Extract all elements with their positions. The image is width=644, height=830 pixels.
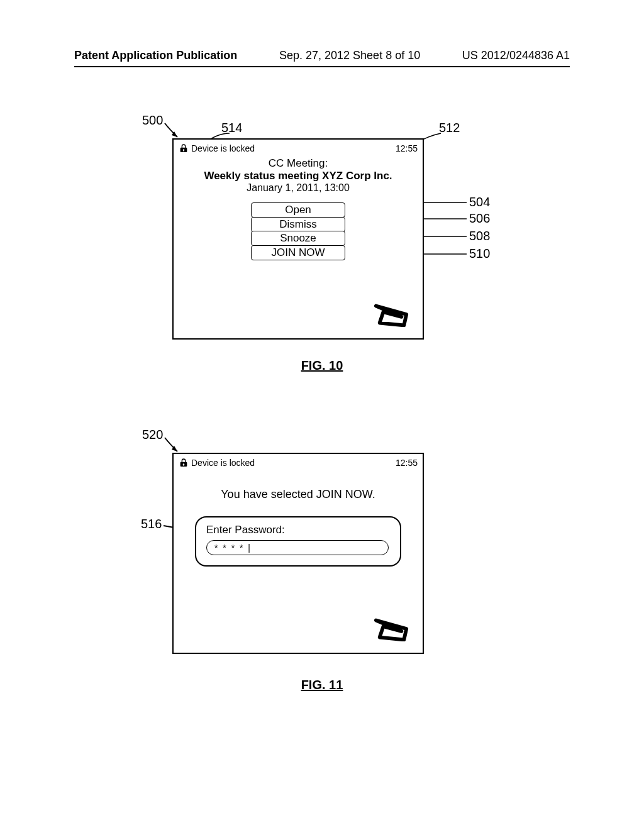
ref-512: 512 bbox=[439, 121, 460, 135]
ref-506: 506 bbox=[469, 211, 490, 226]
brand-logo-icon bbox=[374, 616, 410, 641]
page-header: Patent Application Publication Sep. 27, … bbox=[74, 49, 570, 67]
header-right: US 2012/0244836 A1 bbox=[462, 49, 570, 62]
leader-520 bbox=[164, 436, 182, 454]
brand-logo-icon bbox=[374, 302, 410, 327]
action-button-group: Open Dismiss Snooze JOIN NOW bbox=[251, 202, 345, 260]
dismiss-button[interactable]: Dismiss bbox=[251, 217, 345, 232]
ref-504: 504 bbox=[469, 195, 490, 209]
figure-10-caption: FIG. 10 bbox=[0, 358, 644, 373]
header-left: Patent Application Publication bbox=[74, 49, 237, 62]
lock-icon bbox=[179, 458, 189, 468]
status-bar: Device is locked 12:55 bbox=[174, 140, 423, 155]
leader-500 bbox=[164, 122, 182, 140]
ref-500: 500 bbox=[142, 113, 163, 128]
device-screen-fig11: Device is locked 12:55 You have selected… bbox=[172, 453, 424, 654]
ref-508: 508 bbox=[469, 229, 490, 243]
password-input[interactable]: * * * * | bbox=[206, 540, 389, 555]
lock-status-text: Device is locked bbox=[191, 458, 255, 468]
selection-prompt: You have selected JOIN NOW. bbox=[174, 488, 423, 501]
notification-datetime: January 1, 2011, 13:00 bbox=[174, 182, 423, 194]
notification-title: Weekly status meeting XYZ Corp Inc. bbox=[174, 170, 423, 182]
status-left: Device is locked bbox=[179, 458, 255, 468]
ref-510: 510 bbox=[469, 246, 490, 261]
lock-status-text: Device is locked bbox=[191, 143, 255, 153]
header-center: Sep. 27, 2012 Sheet 8 of 10 bbox=[279, 49, 420, 62]
status-left: Device is locked bbox=[179, 143, 255, 153]
snooze-button[interactable]: Snooze bbox=[251, 231, 345, 246]
password-label: Enter Password: bbox=[206, 524, 390, 536]
status-bar: Device is locked 12:55 bbox=[174, 454, 423, 469]
figure-11-caption: FIG. 11 bbox=[0, 678, 644, 692]
ref-516: 516 bbox=[141, 517, 162, 531]
meeting-notification: CC Meeting: Weekly status meeting XYZ Co… bbox=[174, 157, 423, 194]
notification-header: CC Meeting: bbox=[174, 157, 423, 170]
password-entry-block: Enter Password: * * * * | bbox=[195, 516, 401, 567]
ref-520: 520 bbox=[142, 428, 163, 442]
device-screen-fig10: Device is locked 12:55 CC Meeting: Weekl… bbox=[172, 138, 424, 340]
status-clock: 12:55 bbox=[396, 143, 418, 153]
lock-icon bbox=[179, 143, 189, 153]
status-clock: 12:55 bbox=[396, 458, 418, 468]
ref-514: 514 bbox=[221, 121, 242, 135]
join-now-button[interactable]: JOIN NOW bbox=[251, 245, 345, 260]
open-button[interactable]: Open bbox=[251, 202, 345, 218]
